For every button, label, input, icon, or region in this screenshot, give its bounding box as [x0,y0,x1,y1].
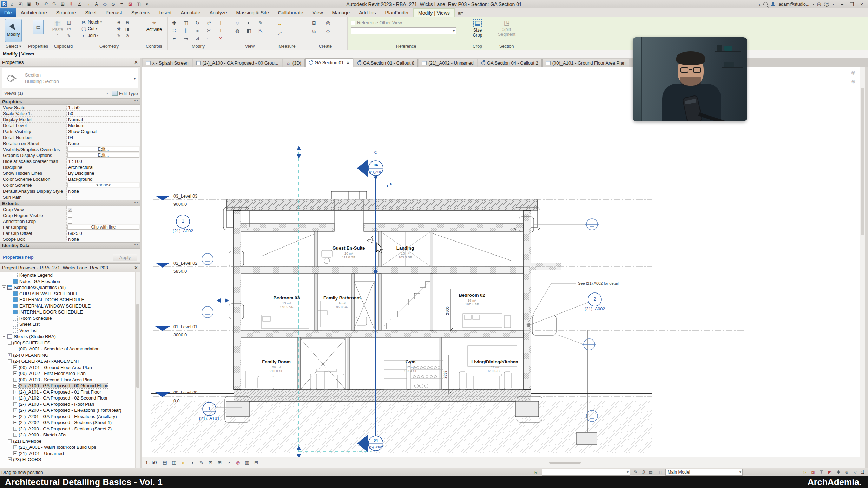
minimize-button[interactable]: − [837,0,847,8]
ribbon-tab-systems[interactable]: Systems [127,8,155,17]
size-crop-button[interactable]: ⬓ Size Crop [468,19,487,38]
wall-joins-icon[interactable]: ⊕ [116,19,122,25]
tree-item[interactable]: Room Schedule [0,315,135,322]
level-marker-3[interactable]: 03_Level 03 9000.0 [155,194,197,207]
close-properties-icon[interactable]: ✕ [134,60,138,65]
thin-lines-icon[interactable]: ≡ [118,0,125,8]
property-value[interactable]: Background [67,176,140,182]
reveal-constraints-icon[interactable]: ⊟ [253,460,259,466]
measure-between-icon[interactable]: ↔ [276,20,283,27]
dimension-2500[interactable]: 2500 [445,287,453,332]
expander-minus-icon[interactable]: − [2,285,6,289]
section-header-identity-data[interactable]: Identity Data⌃⌃ [0,242,140,249]
project-browser-header[interactable]: Project Browser - RBA_271_Wicks Lane_Rev… [0,264,140,272]
reveal-hidden-icon[interactable]: ◎ [235,460,241,466]
tree-item[interactable]: +(00)_A101 - Ground Floor Area Plan [0,364,135,371]
view-tab-00-a101-ground-floor-area-plan[interactable]: (00)_A101 - Ground Floor Area Plan [542,59,629,67]
legend-component-icon[interactable]: ⊞ [310,19,317,26]
drawing-area[interactable]: 03_Level 03 9000.0 02_Level 02 5850.0 01… [142,67,860,457]
property-value[interactable]: 1 : 100 [67,158,140,164]
tree-item[interactable]: +(2-)_A102 - GA Proposed - 02 Second Flo… [0,395,135,401]
tree-item[interactable]: −(23) FLOORS [0,456,135,463]
expander-plus-icon[interactable]: + [13,427,17,431]
tree-item[interactable]: +(2-)_A202 - GA Proposed - Sections (She… [0,420,135,426]
steering-wheel-icon[interactable]: ◉ [850,69,857,76]
ribbon-tab-precast[interactable]: Precast [101,8,126,17]
tree-item[interactable]: −(21) Envelope [0,438,135,444]
section-drawing[interactable]: 03_Level 03 9000.0 02_Level 02 5850.0 01… [142,67,860,457]
workset-dropdown[interactable] [542,469,630,476]
background-processes-icon[interactable]: ⊚ [844,469,850,475]
tree-item[interactable]: +(2-)_A101 - GA Proposed - 01 First Floo… [0,389,135,395]
align-icon[interactable]: ∥ [182,27,189,34]
expander-minus-icon[interactable]: − [8,457,12,461]
copy-icon[interactable]: ◫ [182,19,189,26]
tree-item[interactable]: View List [0,328,135,334]
move-icon[interactable]: ✚ [171,19,178,26]
tree-item-label[interactable]: Schedules/Quantities (all) [14,285,66,290]
beam-joins-icon[interactable]: ⊖ [124,19,130,25]
tree-item-label[interactable]: (21)_A001 - Wall/Floor/Roof Build Ups [19,444,96,450]
ribbon-display-toggle-icon[interactable]: ▣▾ [458,8,463,17]
project-browser-scrollbar[interactable] [135,272,140,468]
tree-item-label[interactable]: View List [19,328,38,333]
ribbon-tab-massing-site[interactable]: Massing & Site [231,8,273,17]
ribbon-tab-add-ins[interactable]: Add-Ins [354,8,380,17]
tree-item-label[interactable]: INTERNAL DOOR SCHEDULE [19,309,83,315]
collapse-section-icon[interactable]: ⌃⌃ [133,100,138,103]
remove-paint-icon[interactable]: ⊘ [124,33,130,39]
hide-elements-icon[interactable]: ◍ [234,27,241,34]
expander-plus-icon[interactable]: + [13,408,17,412]
close-project-browser-icon[interactable]: ✕ [134,265,138,270]
property-value[interactable]: 6925.0 [67,230,140,236]
demolish-icon[interactable]: ⚒ [116,26,122,32]
ribbon-tab-file[interactable]: File [0,8,16,17]
property-button[interactable]: Clip with line [67,225,139,230]
ribbon-tab-collaborate[interactable]: Collaborate [274,8,308,17]
store-icon[interactable]: ⛁ [817,2,821,7]
split-icon[interactable]: ✂ [205,27,212,34]
tree-item-label[interactable]: (00) SCHEDULES [13,340,50,345]
detail-note[interactable]: See (21) A002 for detail [527,281,619,326]
switch-windows-icon[interactable]: ◫ [135,0,142,8]
sketchy-lines-icon[interactable]: ✎ [198,460,205,466]
tree-item-label[interactable]: EXTERNAL DOOR SCHEDULE [19,297,84,302]
expander-plus-icon[interactable]: + [13,421,17,424]
property-value[interactable] [67,218,140,224]
tree-item-label[interactable]: Sheet List [19,322,40,327]
navigation-bar[interactable]: ◉ ⊕ [850,69,857,85]
design-option-dropdown[interactable]: Main Model [665,469,743,476]
detail-level-icon[interactable]: ▤ [162,460,168,466]
tree-item-label[interactable]: (2-) 0 PLANNING [13,352,48,358]
array-icon[interactable]: ∷ [171,27,178,34]
property-value[interactable]: Normal [67,117,140,122]
ribbon-tab-architecture[interactable]: Architecture [16,8,52,17]
expander-plus-icon[interactable]: + [8,353,12,357]
tree-item[interactable]: −(2-) GENERAL ARRANGEMENT [0,358,135,364]
paint-icon[interactable]: ✎ [116,33,122,39]
group-icon[interactable]: ◎ [324,19,331,26]
edit-type-button[interactable]: Edit Type [112,91,138,96]
collapse-section-icon[interactable]: ⌃⌃ [133,202,138,205]
text-icon[interactable]: A [93,0,100,8]
view-tab-21-a002-unnamed[interactable]: (21)_A002 - Unnamed [419,59,477,67]
add-to-set-icon[interactable]: ◫ [657,469,663,475]
tree-item[interactable]: +(21)_A001 - Wall/Floor/Roof Build Ups [0,444,135,450]
join-button[interactable]: ◐Join▾ [81,32,102,39]
open-icon[interactable]: ◰ [17,0,24,8]
tree-item[interactable]: INTERNAL DOOR SCHEDULE [0,309,135,315]
ribbon-tab-insert[interactable]: Insert [155,8,176,17]
trim-icon[interactable]: ⌐ [171,35,178,42]
select-underlay-icon[interactable]: ⊠ [810,469,816,475]
view-tab-x-splash-screen[interactable]: x - Splash Screen [143,59,192,67]
tree-item[interactable]: EXTERNAL DOOR SCHEDULE [0,297,135,303]
collapse-infocenter-icon[interactable]: ‹ [759,2,760,7]
ribbon-tab-manage[interactable]: Manage [328,8,355,17]
tree-item[interactable]: Sheet List [0,321,135,328]
delete-icon[interactable]: × [217,35,224,42]
help-dropdown-icon[interactable]: ▾ [832,2,834,6]
level-marker-2[interactable]: 02_Level 02 5850.0 [155,261,197,274]
modify-button[interactable]: Modify [5,19,22,42]
tree-item[interactable]: +(2-) 0 PLANNING [0,352,135,358]
select-links-icon[interactable]: ◇ [802,469,808,475]
